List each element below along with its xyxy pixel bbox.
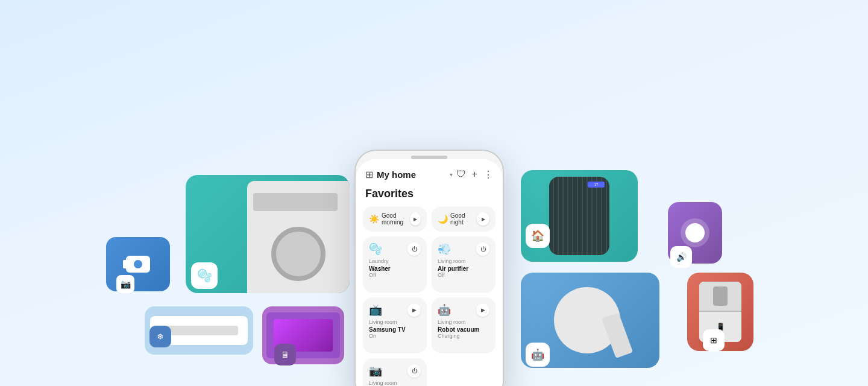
tv-room: Living room [369, 319, 421, 326]
good-night-play[interactable]: ▶ [477, 212, 489, 226]
air-purifier-status: Off [438, 272, 489, 278]
add-icon[interactable]: + [472, 169, 477, 180]
ac-badge: ❄ [149, 326, 171, 347]
more-icon[interactable]: ⋮ [483, 169, 493, 180]
robot-vacuum-tile[interactable]: 🤖 ▶ Living room Robot vacuum Charging [432, 297, 495, 353]
phone-screen: ⊞ My home ▾ 🛡 + ⋮ Favorites ☀️ Good morn… [356, 159, 503, 386]
dropdown-chevron: ▾ [450, 171, 453, 178]
washer-room: Laundry [369, 258, 421, 265]
tv-badge: 🖥 [274, 344, 296, 365]
home-title: My home [377, 169, 446, 180]
air-purifier-room: Living room [438, 258, 489, 265]
washer-icon: 🫧 [369, 242, 382, 256]
robot-icon: 🤖 [438, 303, 451, 317]
washer-tile[interactable]: 🫧 ⏻ Laundry Washer Off [363, 236, 427, 293]
camera-tile-room: Living room [369, 380, 421, 386]
robot-room: Living room [438, 319, 489, 326]
favorites-title: Favorites [356, 185, 503, 206]
tv-play-btn[interactable]: ▶ [407, 303, 421, 317]
camera-power-btn[interactable]: ⏻ [407, 364, 421, 378]
fridge-badge: ⊞ [703, 329, 725, 351]
phone-mockup: ⊞ My home ▾ 🛡 + ⋮ Favorites ☀️ Good morn… [354, 150, 504, 386]
camera-card [106, 237, 170, 291]
air-purifier-tile[interactable]: 💨 ⏻ Living room Air purifier Off [432, 236, 495, 293]
robot-status: Charging [438, 333, 489, 339]
good-night-routine[interactable]: 🌙 Good night ▶ [432, 206, 495, 232]
header-icons: 🛡 + ⋮ [456, 169, 493, 180]
phone-header: ⊞ My home ▾ 🛡 + ⋮ [356, 159, 503, 185]
washer-device-name: Washer [369, 265, 421, 272]
moon-icon: 🌙 [438, 214, 448, 224]
air-purifier-power-btn[interactable]: ⏻ [476, 242, 489, 256]
washer-badge: 🫧 [191, 262, 218, 289]
robot-badge: 🤖 [526, 343, 550, 367]
purifier-badge: 🏠 [526, 224, 550, 248]
good-morning-routine[interactable]: ☀️ Good morning ▶ [363, 206, 427, 232]
washer-status: Off [369, 272, 421, 278]
device-grid: 🫧 ⏻ Laundry Washer Off 💨 ⏻ Living room A… [356, 236, 503, 386]
home-apps-icon: ⊞ [365, 169, 373, 180]
routine-row: ☀️ Good morning ▶ 🌙 Good night ▶ [356, 206, 503, 232]
washer-power-btn[interactable]: ⏻ [407, 242, 421, 256]
sun-icon: ☀️ [369, 214, 379, 224]
camera-icon-badge: 📷 [116, 275, 134, 293]
good-morning-label: Good morning [382, 212, 410, 226]
robot-play-btn[interactable]: ▶ [476, 303, 489, 317]
good-night-label: Good night [450, 212, 477, 226]
tv-tile[interactable]: 📺 ▶ Living room Samsung TV On [363, 297, 427, 353]
tv-status: On [369, 333, 421, 339]
camera-tile-icon: 📷 [369, 364, 382, 378]
tv-icon: 📺 [369, 303, 382, 317]
good-morning-play[interactable]: ▶ [410, 212, 421, 226]
tv-device-name: Samsung TV [369, 326, 421, 333]
google-badge: 🔊 [670, 246, 692, 268]
air-purifier-icon: 💨 [438, 242, 451, 256]
purifier-card: 17 [521, 170, 638, 262]
air-purifier-device-name: Air purifier [438, 265, 489, 272]
robot-device-name: Robot vacuum [438, 326, 489, 333]
camera-tile[interactable]: 📷 ⏻ Living room [363, 358, 427, 386]
shield-icon[interactable]: 🛡 [456, 169, 466, 180]
